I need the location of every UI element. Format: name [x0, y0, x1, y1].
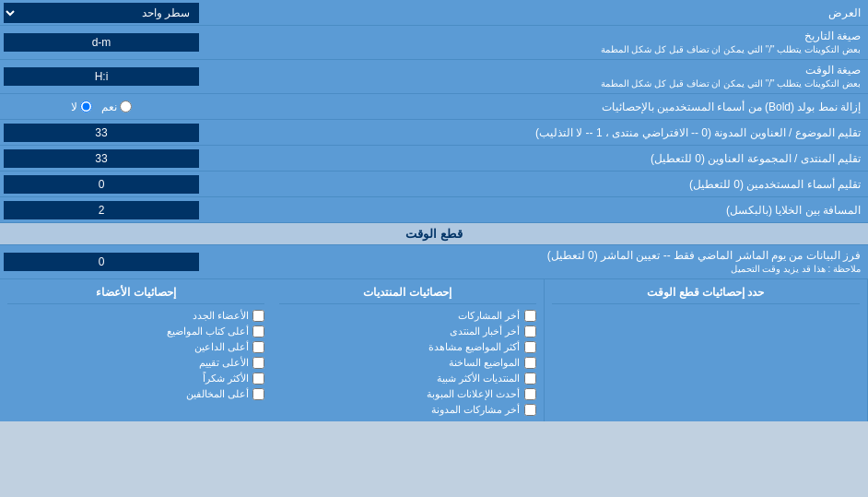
cut-time-input[interactable] — [4, 253, 199, 271]
bold-remove-no[interactable]: لا — [71, 101, 92, 113]
cell-spacing-label: المسافة بين الخلايا (بالبكسل) — [203, 200, 868, 220]
forum-stat-6[interactable]: أحدث الإعلانات المبوبة — [279, 386, 536, 402]
member-stat-4[interactable]: الأعلى تقييم — [7, 355, 264, 371]
forum-stat-1-cb[interactable] — [524, 310, 536, 322]
header-label: العرض — [203, 3, 868, 23]
cell-spacing-input[interactable] — [4, 201, 199, 219]
cut-time-section-title: قطع الوقت — [0, 223, 868, 245]
date-format-row: صيغة التاريخ بعض التكوينات يتطلب "/" الت… — [0, 26, 868, 60]
member-stats-col: إحصائيات الأعضاء الأعضاء الجدد أعلى كتاب… — [0, 279, 272, 421]
usernames-row: تقليم أسماء المستخدمين (0 للتعطيل) — [0, 172, 868, 197]
member-stat-4-cb[interactable] — [252, 357, 264, 369]
stats-bottom: حدد إحصائيات قطع الوقت إحصائيات المنتديا… — [0, 279, 868, 421]
topic-titles-input-wrap[interactable] — [0, 122, 203, 144]
stats-limit-col: حدد إحصائيات قطع الوقت — [545, 279, 869, 421]
usernames-label: تقليم أسماء المستخدمين (0 للتعطيل) — [203, 174, 868, 195]
date-format-input-wrap[interactable] — [0, 31, 203, 53]
time-format-label: صيغة الوقت بعض التكوينات يتطلب "/" التي … — [203, 60, 868, 93]
member-stat-5-cb[interactable] — [252, 373, 264, 385]
member-stat-1[interactable]: الأعضاء الجدد — [7, 308, 264, 324]
forum-stat-3[interactable]: أكثر المواضيع مشاهدة — [279, 339, 536, 355]
member-stat-3-cb[interactable] — [252, 341, 264, 353]
forum-stat-5[interactable]: المنتديات الأكثر شبية — [279, 371, 536, 386]
forum-titles-input-wrap[interactable] — [0, 148, 203, 170]
time-format-input-wrap[interactable] — [0, 65, 203, 88]
member-stats-title: إحصائيات الأعضاء — [7, 283, 264, 304]
forum-stat-2-cb[interactable] — [524, 325, 536, 337]
date-format-label: صيغة التاريخ بعض التكوينات يتطلب "/" الت… — [203, 26, 868, 59]
forum-stats-title: إحصائيات المنتديات — [279, 283, 536, 304]
forum-stat-5-cb[interactable] — [524, 373, 536, 385]
topic-titles-label: تقليم الموضوع / العناوين المدونة (0 -- ا… — [203, 123, 868, 143]
display-select[interactable]: سطر واحد — [4, 3, 199, 23]
forum-titles-label: تقليم المنتدى / المجموعة العناوين (0 للت… — [203, 148, 868, 169]
forum-titles-input[interactable] — [4, 149, 199, 168]
forum-stat-6-cb[interactable] — [524, 388, 536, 400]
usernames-input[interactable] — [4, 175, 199, 194]
forum-stat-2[interactable]: أخر أخبار المنتدى — [279, 324, 536, 339]
forum-stats-col: إحصائيات المنتديات أخر المشاركات أخر أخب… — [272, 279, 545, 421]
time-format-row: صيغة الوقت بعض التكوينات يتطلب "/" التي … — [0, 60, 868, 94]
bold-remove-label: إزالة نمط بولد (Bold) من أسماء المستخدمي… — [203, 97, 868, 117]
bold-yes-radio[interactable] — [120, 101, 132, 112]
bold-remove-radio-group[interactable]: نعم لا — [0, 99, 203, 115]
forum-stat-1[interactable]: أخر المشاركات — [279, 308, 536, 324]
time-format-input[interactable] — [4, 67, 199, 86]
topic-titles-input[interactable] — [4, 124, 199, 142]
date-format-input[interactable] — [4, 33, 199, 52]
bold-no-radio[interactable] — [80, 101, 92, 112]
forum-stat-7[interactable]: أخر مشاركات المدونة — [279, 402, 536, 418]
member-stat-3[interactable]: أعلى الداعين — [7, 339, 264, 355]
forum-titles-row: تقليم المنتدى / المجموعة العناوين (0 للت… — [0, 146, 868, 172]
cell-spacing-row: المسافة بين الخلايا (بالبكسل) — [0, 197, 868, 223]
forum-stat-4-cb[interactable] — [524, 357, 536, 369]
member-stat-2[interactable]: أعلى كتاب المواضيع — [7, 324, 264, 339]
member-stat-1-cb[interactable] — [252, 310, 264, 322]
forum-stat-7-cb[interactable] — [524, 404, 536, 416]
usernames-input-wrap[interactable] — [0, 173, 203, 195]
display-select-wrap[interactable]: سطر واحد — [0, 1, 203, 25]
member-stat-6-cb[interactable] — [252, 388, 264, 400]
cut-time-label: فرز البيانات من يوم الماشر الماضي فقط --… — [203, 245, 868, 278]
cut-time-input-wrap[interactable] — [0, 251, 203, 273]
topic-titles-row: تقليم الموضوع / العناوين المدونة (0 -- ا… — [0, 120, 868, 146]
member-stat-5[interactable]: الأكثر شكراً — [7, 371, 264, 386]
stats-limit-label: حدد إحصائيات قطع الوقت — [552, 283, 861, 304]
member-stat-6[interactable]: أعلى المخالفين — [7, 386, 264, 402]
member-stat-2-cb[interactable] — [252, 325, 264, 337]
forum-stat-3-cb[interactable] — [524, 341, 536, 353]
forum-stat-4[interactable]: المواضيع الساخنة — [279, 355, 536, 371]
bold-remove-yes[interactable]: نعم — [101, 101, 132, 113]
cell-spacing-input-wrap[interactable] — [0, 199, 203, 221]
header-row: العرض سطر واحد — [0, 0, 868, 26]
main-container: العرض سطر واحد صيغة التاريخ بعض التكوينا… — [0, 0, 868, 421]
cut-time-row: فرز البيانات من يوم الماشر الماضي فقط --… — [0, 245, 868, 279]
bold-remove-row: إزالة نمط بولد (Bold) من أسماء المستخدمي… — [0, 94, 868, 120]
